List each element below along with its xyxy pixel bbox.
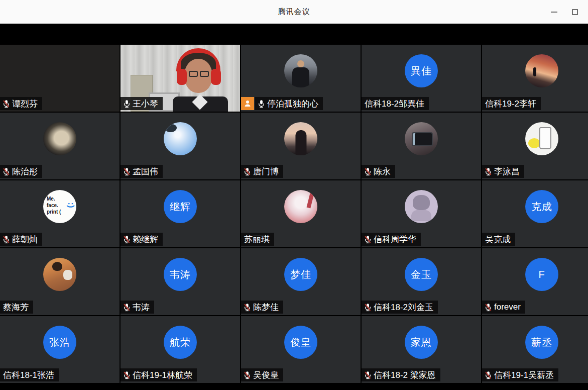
glasses [189, 71, 209, 77]
mic-on-icon [123, 100, 131, 108]
participant-grid: 谭烈芬 [0, 45, 588, 383]
nameplate-row: 信科18-2邹異佳 [362, 97, 429, 110]
participant-tile[interactable]: 唐门博 [241, 113, 361, 179]
avatar: 梦佳 [284, 258, 317, 291]
minimize-icon [551, 12, 557, 13]
participant-tile[interactable]: 梦佳 陈梦佳 [241, 248, 361, 315]
participant-tile[interactable]: 继辉 赖继辉 [121, 180, 240, 247]
nameplate: 信科19-2李轩 [482, 97, 541, 110]
avatar-text-line: Me. [47, 196, 61, 202]
participant-tile[interactable]: 異佳 信科18-2邹異佳 [362, 45, 481, 112]
participant-tile[interactable]: 金玉 信科18-2刘金玉 [362, 248, 481, 315]
avatar-initials: 薪丞 [531, 336, 552, 349]
nameplate: 唐门博 [241, 165, 283, 178]
participant-tile[interactable]: 张浩 信科18-1张浩 [0, 316, 120, 383]
participant-tile[interactable]: 信科周学华 [362, 180, 481, 247]
participant-tile[interactable]: 家恩 信科18-2 梁家恩 [362, 316, 481, 383]
nameplate-row: 信科18-2刘金玉 [362, 301, 438, 314]
avatar: F [525, 258, 558, 291]
nameplate-row: 信科18-1张浩 [0, 368, 59, 381]
participant-name: 唐门博 [253, 166, 279, 177]
avatar: 異佳 [405, 54, 438, 87]
nameplate: 王小琴 [121, 97, 163, 110]
participant-tile[interactable]: 王小琴 [121, 45, 240, 112]
participant-name: 赖继辉 [133, 234, 158, 245]
participant-name: 陈梦佳 [253, 302, 279, 313]
participant-tile[interactable]: 李泳昌 [482, 113, 588, 179]
avatar-text-line: face. [47, 202, 61, 209]
avatar-smiley: :) [65, 202, 75, 208]
nameplate: 苏丽琪 [241, 233, 274, 246]
participant-tile[interactable]: 陈治彤 [0, 113, 120, 179]
avatar-initials: 金玉 [411, 268, 432, 281]
participant-tile[interactable]: 苏丽琪 [241, 180, 361, 247]
nameplate-row: 信科19-1林航荣 [121, 368, 197, 381]
nameplate-row: 信科19-2李轩 [482, 97, 541, 110]
participant-name: 陈永 [374, 166, 391, 177]
nameplate: 信科18-1张浩 [0, 368, 59, 381]
nameplate: 薛朝灿 [0, 233, 42, 246]
participant-name: 蔡海芳 [3, 302, 29, 313]
nameplate-row: 孟国伟 [121, 165, 163, 178]
nameplate: forever [482, 301, 525, 314]
participant-tile[interactable]: 薪丞 信科19-1吴薪丞 [482, 316, 588, 383]
nameplate: 吴克成 [482, 233, 515, 246]
participant-name: 信科19-1吴薪丞 [494, 369, 554, 381]
participant-tile[interactable]: 信科19-2李轩 [482, 45, 588, 112]
avatar [164, 122, 197, 155]
participant-tile[interactable]: 陈永 [362, 113, 481, 179]
nameplate-row: 赖继辉 [121, 233, 163, 246]
nameplate: 蔡海芳 [0, 301, 33, 314]
maximize-button[interactable] [564, 0, 586, 24]
mic-muted-icon [123, 371, 131, 379]
participant-name: 信科19-2李轩 [485, 98, 536, 110]
avatar [284, 122, 317, 155]
participant-name: 李泳昌 [494, 166, 520, 177]
participant-tile[interactable]: 韦涛 韦涛 [121, 248, 240, 315]
mic-muted-icon [243, 167, 252, 176]
mic-muted-icon [364, 235, 372, 244]
avatar: 薪丞 [525, 326, 558, 359]
maximize-icon [572, 9, 578, 15]
nameplate: 孟国伟 [121, 165, 163, 178]
participant-tile[interactable]: Me.face.print ( :) 薛朝灿 [0, 180, 120, 247]
participant-tile[interactable]: F forever [482, 248, 588, 315]
participant-tile[interactable]: 孟国伟 [121, 113, 240, 179]
top-letterbox [0, 24, 588, 45]
participant-tile[interactable]: 航荣 信科19-1林航荣 [121, 316, 240, 383]
mic-muted-icon [123, 167, 131, 176]
avatar: 克成 [525, 190, 558, 223]
nameplate: 陈永 [362, 165, 395, 178]
avatar-text-line: print ( [47, 209, 61, 215]
participant-tile[interactable]: 谭烈芬 [0, 45, 120, 112]
participant-name: 谭烈芬 [12, 98, 38, 110]
host-user-badge-icon [241, 97, 254, 110]
nameplate-row: 陈治彤 [0, 165, 42, 178]
participant-name: 吴俊皇 [253, 369, 279, 381]
participant-name: forever [494, 302, 521, 312]
avatar-initials: 张浩 [49, 336, 70, 349]
participant-name: 陈治彤 [12, 166, 38, 177]
avatar: 韦涛 [164, 258, 197, 291]
nameplate-row: 薛朝灿 [0, 233, 42, 246]
nameplate-row: 陈永 [362, 165, 395, 178]
minimize-button[interactable] [543, 0, 565, 24]
participant-tile[interactable]: 停泊孤独的心 [241, 45, 361, 112]
bottom-letterbox [0, 383, 588, 390]
avatar: 航荣 [164, 326, 197, 359]
headphone-earcup [177, 69, 187, 85]
nameplate-row: 吴俊皇 [241, 368, 283, 381]
mic-muted-icon [243, 371, 252, 379]
nameplate: 李泳昌 [482, 165, 524, 178]
window-title: 腾讯会议 [278, 7, 310, 17]
participant-tile[interactable]: 蔡海芳 [0, 248, 120, 315]
nameplate: 停泊孤独的心 [255, 97, 323, 110]
participant-name: 信科周学华 [374, 234, 416, 245]
avatar [525, 54, 558, 87]
participant-name: 信科18-2刘金玉 [374, 302, 433, 313]
participant-name: 吴克成 [485, 234, 511, 245]
participant-tile[interactable]: 俊皇 吴俊皇 [241, 316, 361, 383]
mic-muted-icon [364, 303, 372, 312]
avatar [43, 122, 76, 155]
participant-tile[interactable]: 克成 吴克成 [482, 180, 588, 247]
